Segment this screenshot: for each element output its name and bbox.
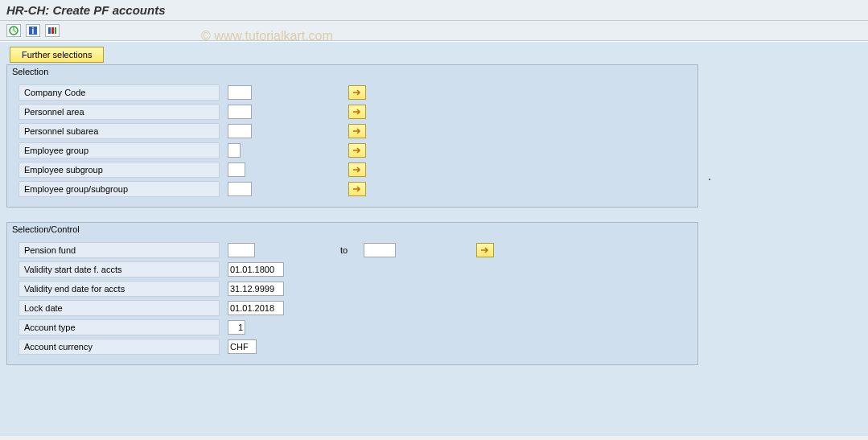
input-lock-date[interactable] bbox=[228, 301, 284, 315]
input-employee-group-subgroup[interactable] bbox=[228, 182, 252, 196]
input-account-type[interactable] bbox=[228, 320, 245, 335]
multiselect-employee-group[interactable] bbox=[348, 143, 366, 158]
further-selections-button[interactable]: Further selections bbox=[10, 47, 104, 63]
multiselect-employee-group-subgroup[interactable] bbox=[348, 182, 366, 196]
svg-rect-4 bbox=[51, 27, 54, 34]
group-selection-control: Selection/Control Pension fund to Validi… bbox=[6, 222, 698, 365]
label-employee-group: Employee group bbox=[19, 142, 220, 158]
label-account-type: Account type bbox=[19, 319, 220, 335]
group-selection-control-title: Selection/Control bbox=[7, 223, 697, 237]
input-company-code[interactable] bbox=[228, 85, 252, 100]
input-employee-group[interactable] bbox=[228, 143, 241, 158]
input-account-currency[interactable] bbox=[228, 339, 257, 354]
group-selection-title: Selection bbox=[7, 65, 697, 80]
row-pension-fund: Pension fund to bbox=[10, 242, 694, 258]
list-icon[interactable] bbox=[45, 24, 60, 37]
label-pension-fund: Pension fund bbox=[19, 242, 220, 258]
info-icon[interactable]: i bbox=[26, 24, 40, 37]
label-employee-subgroup: Employee subgroup bbox=[19, 162, 220, 178]
input-employee-subgroup[interactable] bbox=[228, 162, 245, 177]
row-validity-end: Validity end date for accts bbox=[10, 281, 694, 297]
multiselect-employee-subgroup[interactable] bbox=[348, 162, 366, 177]
label-lock-date: Lock date bbox=[19, 300, 220, 316]
label-employee-group-subgroup: Employee group/subgroup bbox=[19, 181, 220, 197]
row-personnel-subarea: Personnel subarea bbox=[10, 123, 694, 139]
input-personnel-subarea[interactable] bbox=[228, 124, 252, 138]
multiselect-personnel-subarea[interactable] bbox=[348, 124, 366, 138]
svg-text:i: i bbox=[32, 27, 35, 35]
row-employee-group: Employee group bbox=[10, 142, 694, 158]
row-account-currency: Account currency bbox=[10, 339, 694, 355]
row-account-type: Account type bbox=[10, 319, 694, 335]
label-company-code: Company Code bbox=[19, 84, 220, 101]
multiselect-company-code[interactable] bbox=[348, 85, 366, 100]
svg-rect-5 bbox=[55, 27, 56, 34]
input-validity-start[interactable] bbox=[228, 262, 284, 277]
row-employee-group-subgroup: Employee group/subgroup bbox=[10, 181, 694, 197]
execute-icon[interactable] bbox=[6, 24, 21, 37]
row-company-code: Company Code bbox=[10, 84, 694, 101]
label-personnel-subarea: Personnel subarea bbox=[19, 123, 220, 139]
toolbar: i bbox=[0, 21, 868, 41]
label-to: to bbox=[340, 245, 348, 255]
multiselect-personnel-area[interactable] bbox=[348, 105, 366, 119]
multiselect-pension-fund[interactable] bbox=[476, 243, 494, 257]
row-employee-subgroup: Employee subgroup bbox=[10, 162, 694, 178]
label-personnel-area: Personnel area bbox=[19, 104, 220, 120]
group-selection: Selection Company Code Personnel area P bbox=[6, 64, 698, 208]
input-personnel-area[interactable] bbox=[228, 105, 252, 119]
row-personnel-area: Personnel area bbox=[10, 104, 694, 120]
row-lock-date: Lock date bbox=[10, 300, 694, 316]
label-validity-end: Validity end date for accts bbox=[19, 281, 220, 297]
input-pension-fund-from[interactable] bbox=[228, 243, 255, 257]
label-validity-start: Validity start date f. accts bbox=[19, 261, 220, 278]
input-pension-fund-to[interactable] bbox=[364, 243, 396, 257]
page-title: HR-CH: Create PF accounts bbox=[0, 0, 868, 21]
decorative-dot: . bbox=[708, 169, 711, 183]
label-account-currency: Account currency bbox=[19, 339, 220, 355]
svg-rect-3 bbox=[48, 27, 51, 34]
input-validity-end[interactable] bbox=[228, 282, 284, 296]
main-area: Further selections Selection Company Cod… bbox=[0, 41, 868, 436]
row-validity-start: Validity start date f. accts bbox=[10, 261, 694, 278]
